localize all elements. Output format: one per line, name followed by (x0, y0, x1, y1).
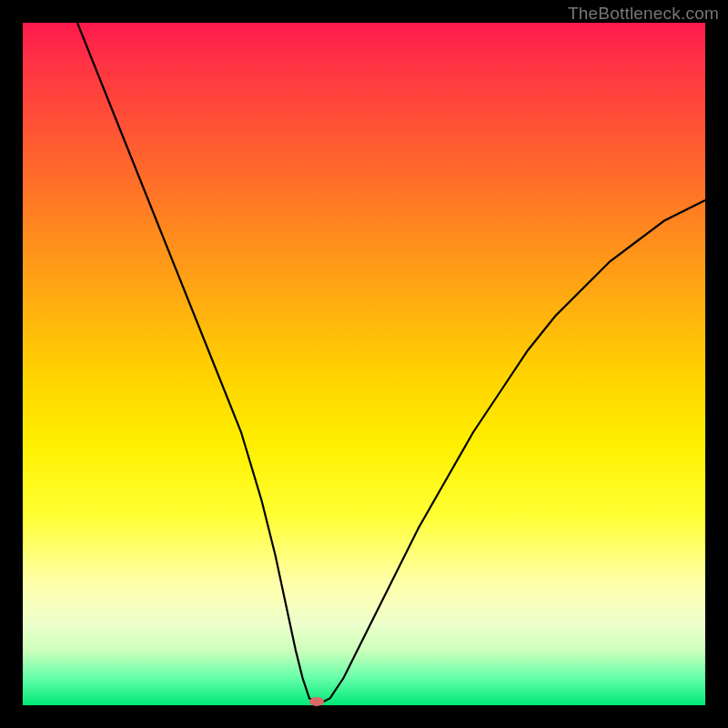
plot-area (23, 23, 705, 705)
optimal-point-marker (309, 697, 324, 706)
bottleneck-curve (77, 23, 705, 702)
curve-svg (23, 23, 705, 705)
watermark-text: TheBottleneck.com (568, 4, 719, 24)
chart-frame: TheBottleneck.com (0, 0, 728, 728)
